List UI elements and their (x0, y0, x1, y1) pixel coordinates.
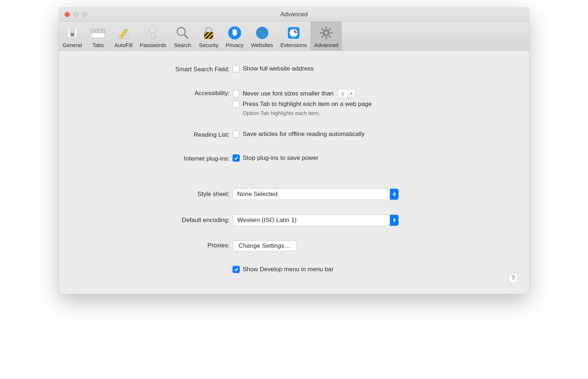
style-sheet-label: Style sheet: (73, 188, 233, 198)
updown-arrows-icon (390, 189, 399, 200)
titlebar: Advanced (59, 7, 529, 22)
chevron-down-icon[interactable] (347, 89, 355, 98)
svg-rect-32 (321, 35, 324, 38)
change-settings-label: Change Settings… (239, 242, 290, 250)
press-tab-label: Press Tab to highlight each item on a we… (243, 101, 372, 108)
svg-rect-33 (321, 28, 324, 31)
svg-marker-9 (120, 29, 128, 39)
style-sheet-popup[interactable]: None Selected (233, 188, 399, 200)
style-sheet-value: None Selected (237, 191, 278, 198)
svg-point-12 (152, 28, 154, 30)
pencil-icon (116, 25, 131, 41)
min-font-size-stepper[interactable]: 9 (338, 89, 355, 98)
tab-label: Privacy (226, 42, 243, 48)
svg-marker-39 (393, 220, 395, 222)
change-settings-button[interactable]: Change Settings… (233, 240, 297, 251)
help-button[interactable]: ? (508, 273, 518, 283)
show-full-address-checkbox[interactable] (233, 65, 240, 72)
svg-rect-18 (204, 32, 213, 39)
hand-icon (227, 25, 242, 41)
updown-arrows-icon (390, 215, 399, 226)
encoding-value: Western (ISO Latin 1) (237, 217, 297, 224)
tab-search[interactable]: Search (170, 22, 195, 50)
svg-rect-34 (328, 35, 331, 38)
tab-autofill[interactable]: AutoFill (111, 22, 136, 50)
encoding-popup[interactable]: Western (ISO Latin 1) (233, 214, 399, 226)
key-icon (146, 25, 159, 41)
plugins-label: Internet plug-ins: (73, 154, 233, 162)
tab-label: Tabs (93, 42, 104, 48)
svg-text:+: + (101, 30, 103, 33)
content-area: Smart Search Field: Show full website ad… (59, 51, 529, 294)
svg-text:×: × (94, 30, 96, 33)
svg-marker-37 (393, 194, 395, 196)
tab-general[interactable]: General (59, 22, 85, 50)
tab-label: Advanced (314, 42, 338, 48)
svg-rect-29 (320, 32, 322, 34)
window-title: Advanced (59, 11, 529, 18)
svg-rect-27 (325, 26, 327, 29)
svg-marker-38 (393, 218, 395, 220)
tab-label: AutoFill (114, 42, 132, 48)
save-offline-checkbox[interactable] (233, 131, 240, 138)
tab-label: Passwords (140, 42, 166, 48)
preferences-window: Advanced General ×+ Tabs AutoFill Pa (59, 7, 529, 294)
save-offline-label: Save articles for offline reading automa… (243, 131, 365, 138)
stop-plugins-label: Stop plug-ins to save power (243, 154, 319, 162)
tab-privacy[interactable]: Privacy (222, 22, 247, 50)
globe-icon (255, 25, 269, 41)
svg-rect-28 (325, 37, 327, 39)
puzzle-icon (286, 25, 301, 41)
tab-advanced[interactable]: Advanced (311, 22, 342, 50)
svg-rect-14 (154, 36, 156, 38)
encoding-label: Default encoding: (73, 214, 233, 224)
reading-list-label: Reading List: (73, 131, 233, 139)
gear-icon (319, 25, 334, 41)
help-label: ? (511, 274, 515, 282)
svg-rect-13 (152, 33, 154, 39)
svg-point-21 (256, 27, 268, 39)
tab-extensions[interactable]: Extensions (277, 22, 310, 50)
tab-label: Security (199, 42, 218, 48)
show-full-address-label: Show full website address (243, 65, 314, 72)
tabs-icon: ×+ (90, 25, 106, 41)
tab-tabs[interactable]: ×+ Tabs (85, 22, 111, 50)
magnifier-icon (175, 25, 190, 41)
show-develop-menu-label: Show Develop menu in menu bar (243, 266, 333, 273)
tab-websites[interactable]: Websites (247, 22, 277, 50)
switch-icon (66, 25, 79, 41)
svg-point-26 (325, 31, 328, 34)
press-tab-checkbox[interactable] (233, 101, 240, 108)
svg-rect-31 (328, 28, 331, 31)
tab-label: General (63, 42, 82, 48)
min-font-size-label: Never use font sizes smaller than (243, 90, 333, 97)
stop-plugins-checkbox[interactable] (233, 154, 240, 162)
tab-label: Extensions (280, 42, 307, 48)
svg-marker-35 (350, 93, 352, 94)
svg-rect-2 (71, 33, 74, 36)
tab-label: Websites (251, 42, 273, 48)
svg-rect-30 (330, 32, 333, 34)
accessibility-hint: Option-Tab highlights each item. (243, 110, 515, 116)
proxies-label: Proxies: (73, 240, 233, 249)
accessibility-label: Accessibility: (73, 89, 233, 97)
tab-security[interactable]: Security (195, 22, 222, 50)
tab-label: Search (174, 42, 191, 48)
toolbar: General ×+ Tabs AutoFill Passwords Searc… (59, 22, 529, 51)
show-develop-menu-checkbox[interactable] (233, 266, 240, 273)
min-font-size-value: 9 (338, 91, 347, 97)
tab-passwords[interactable]: Passwords (136, 22, 170, 50)
svg-marker-36 (393, 192, 395, 194)
svg-line-16 (184, 34, 188, 38)
min-font-size-checkbox[interactable] (233, 90, 240, 97)
smart-search-label: Smart Search Field: (73, 65, 233, 73)
lock-icon (201, 25, 216, 41)
